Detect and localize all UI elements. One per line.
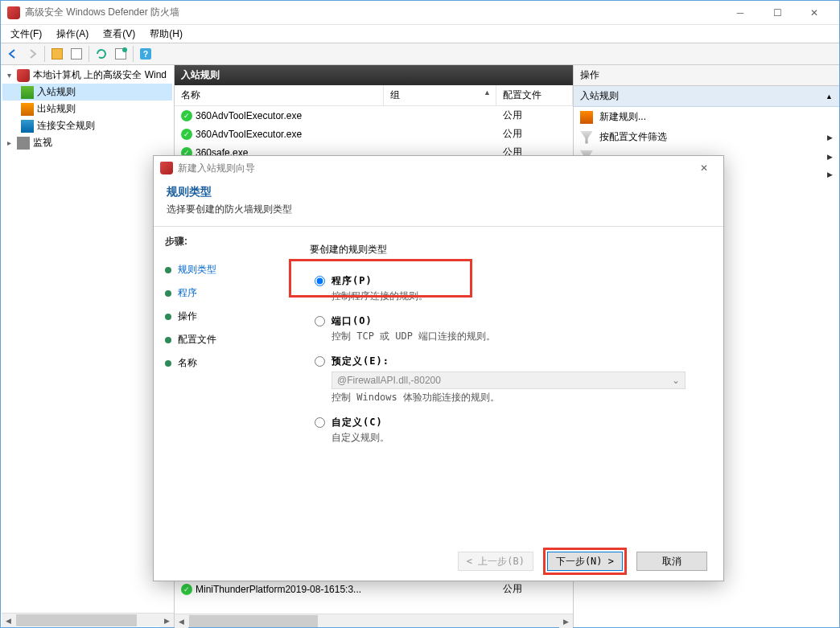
back-button[interactable] xyxy=(4,45,22,63)
maximize-button[interactable]: ☐ xyxy=(759,2,796,24)
expand-icon[interactable]: ▾ xyxy=(5,71,14,80)
tree-root[interactable]: ▾ 本地计算机 上的高级安全 Wind xyxy=(2,67,172,84)
steps-label: 步骤: xyxy=(165,235,279,248)
bullet-icon xyxy=(165,267,171,273)
minimize-button[interactable]: ─ xyxy=(722,2,759,24)
dialog-close-button[interactable]: ✕ xyxy=(691,158,717,179)
window-controls: ─ ☐ ✕ xyxy=(722,2,833,24)
actions-section-inbound[interactable]: 入站规则 ▲ xyxy=(574,86,839,107)
dialog-icon xyxy=(160,162,173,174)
wizard-steps: 步骤: 规则类型 程序 操作 配置文件 名称 xyxy=(154,227,290,542)
forward-button[interactable] xyxy=(23,45,41,63)
monitor-icon xyxy=(17,137,30,150)
tree-inbound[interactable]: 入站规则 xyxy=(2,84,172,101)
tree-connsec-label: 连接安全规则 xyxy=(37,119,95,133)
radio-predefined[interactable] xyxy=(315,356,325,367)
scroll-right-arrow[interactable]: ▶ xyxy=(559,614,573,628)
wizard-form: 要创建的规则类型 程序(P) 控制程序连接的规则。 端口(O) 控制 TCP 或… xyxy=(290,227,723,542)
radio-predefined-desc: 控制 Windows 体验功能连接的规则。 xyxy=(315,391,704,404)
scroll-thumb[interactable] xyxy=(16,614,137,626)
tree-connsec[interactable]: 连接安全规则 xyxy=(2,117,172,134)
dialog-footer: < 上一步(B) 下一步(N) > 取消 xyxy=(154,542,723,581)
chevron-right-icon: ▶ xyxy=(826,153,833,161)
table-row[interactable]: ✓MiniThunderPlatform2019-08-1615:3... 公用 xyxy=(175,580,573,598)
help-icon[interactable]: ? xyxy=(137,45,154,63)
radio-port-desc: 控制 TCP 或 UDP 端口连接的规则。 xyxy=(315,330,704,343)
toolbar-icon-1[interactable] xyxy=(48,45,66,63)
refresh-button[interactable] xyxy=(93,45,110,63)
collapse-icon: ▲ xyxy=(826,92,833,101)
toolbar: ? xyxy=(1,43,839,65)
toolbar-icon-2[interactable] xyxy=(68,45,85,63)
step-profile[interactable]: 配置文件 xyxy=(165,328,279,351)
tree-scrollbar[interactable]: ◀ ▶ xyxy=(2,613,174,626)
action-new-rule[interactable]: 新建规则... xyxy=(574,107,839,127)
bullet-icon xyxy=(165,314,171,320)
col-group[interactable]: 组▲ xyxy=(384,85,496,105)
check-icon: ✓ xyxy=(181,110,192,121)
radio-program[interactable] xyxy=(315,276,325,286)
outbound-icon xyxy=(21,103,34,116)
radio-port[interactable] xyxy=(315,316,325,326)
dialog-heading: 规则类型 xyxy=(167,185,710,199)
tree-inbound-label: 入站规则 xyxy=(37,85,76,99)
tree-root-label: 本地计算机 上的高级安全 Wind xyxy=(33,68,167,82)
option-program: 程序(P) 控制程序连接的规则。 xyxy=(310,274,704,303)
toolbar-separator-3 xyxy=(133,46,134,62)
dialog-subheading: 选择要创建的防火墙规则类型 xyxy=(167,203,710,216)
scroll-right-arrow[interactable]: ▶ xyxy=(160,614,174,627)
step-name[interactable]: 名称 xyxy=(165,351,279,375)
radio-custom-desc: 自定义规则。 xyxy=(315,431,704,445)
annotation-highlight-next: 下一步(N) > xyxy=(543,548,627,575)
list-header: 名称 组▲ 配置文件 xyxy=(175,85,573,106)
menu-help[interactable]: 帮助(H) xyxy=(143,26,189,43)
table-row[interactable]: ✓360AdvToolExecutor.exe 公用 xyxy=(175,125,573,143)
action-filter-profile[interactable]: 按配置文件筛选 ▶ xyxy=(574,127,839,147)
radio-program-desc: 控制程序连接的规则。 xyxy=(315,289,704,303)
menu-file[interactable]: 文件(F) xyxy=(4,26,48,43)
menu-view[interactable]: 查看(V) xyxy=(97,26,142,43)
bullet-icon xyxy=(165,337,171,343)
radio-custom-label[interactable]: 自定义(C) xyxy=(331,416,383,429)
menu-action[interactable]: 操作(A) xyxy=(50,26,95,43)
actions-header: 操作 xyxy=(574,65,839,86)
shield-icon xyxy=(17,69,30,82)
scroll-left-arrow[interactable]: ◀ xyxy=(2,614,15,627)
rules-pane-title: 入站规则 xyxy=(175,65,573,85)
horizontal-scrollbar[interactable]: ◀ ▶ xyxy=(175,614,573,627)
expand-icon-2[interactable]: ▸ xyxy=(5,138,14,147)
tree-monitor[interactable]: ▸ 监视 xyxy=(2,134,172,151)
sort-asc-icon: ▲ xyxy=(484,88,491,96)
cancel-button[interactable]: 取消 xyxy=(636,552,707,571)
titlebar: 高级安全 Windows Defender 防火墙 ─ ☐ ✕ xyxy=(1,1,839,25)
close-button[interactable]: ✕ xyxy=(796,2,833,24)
predefined-combo[interactable]: @FirewallAPI.dll,-80200 ⌄ xyxy=(331,371,686,389)
option-predefined: 预定义(E): @FirewallAPI.dll,-80200 ⌄ 控制 Win… xyxy=(310,355,704,404)
tree-outbound-label: 出站规则 xyxy=(37,102,76,116)
col-profile[interactable]: 配置文件 xyxy=(496,85,573,105)
step-rule-type[interactable]: 规则类型 xyxy=(165,258,279,281)
table-row[interactable]: ✓360AdvToolExecutor.exe 公用 xyxy=(175,106,573,125)
scroll-thumb[interactable] xyxy=(189,615,318,627)
main-window: 高级安全 Windows Defender 防火墙 ─ ☐ ✕ 文件(F) 操作… xyxy=(0,0,840,628)
step-program[interactable]: 程序 xyxy=(165,281,279,305)
radio-program-label[interactable]: 程序(P) xyxy=(331,274,373,288)
radio-port-label[interactable]: 端口(O) xyxy=(331,314,373,328)
back-button: < 上一步(B) xyxy=(458,552,533,571)
step-action[interactable]: 操作 xyxy=(165,305,279,328)
col-name[interactable]: 名称 xyxy=(175,85,384,105)
new-inbound-rule-wizard: 新建入站规则向导 ✕ 规则类型 选择要创建的防火墙规则类型 步骤: 规则类型 程… xyxy=(153,155,724,581)
scroll-left-arrow[interactable]: ◀ xyxy=(175,614,188,628)
radio-predefined-label[interactable]: 预定义(E): xyxy=(331,355,389,368)
dialog-title: 新建入站规则向导 xyxy=(178,162,691,175)
connsec-icon xyxy=(21,120,34,133)
chevron-right-icon: ▶ xyxy=(826,133,833,142)
radio-custom[interactable] xyxy=(315,417,325,428)
export-button[interactable] xyxy=(112,45,130,63)
tree-monitor-label: 监视 xyxy=(33,136,52,150)
toolbar-separator xyxy=(44,46,45,62)
toolbar-separator-2 xyxy=(89,46,89,62)
next-button[interactable]: 下一步(N) > xyxy=(547,552,623,571)
tree-outbound[interactable]: 出站规则 xyxy=(2,101,172,117)
form-title: 要创建的规则类型 xyxy=(310,243,704,257)
